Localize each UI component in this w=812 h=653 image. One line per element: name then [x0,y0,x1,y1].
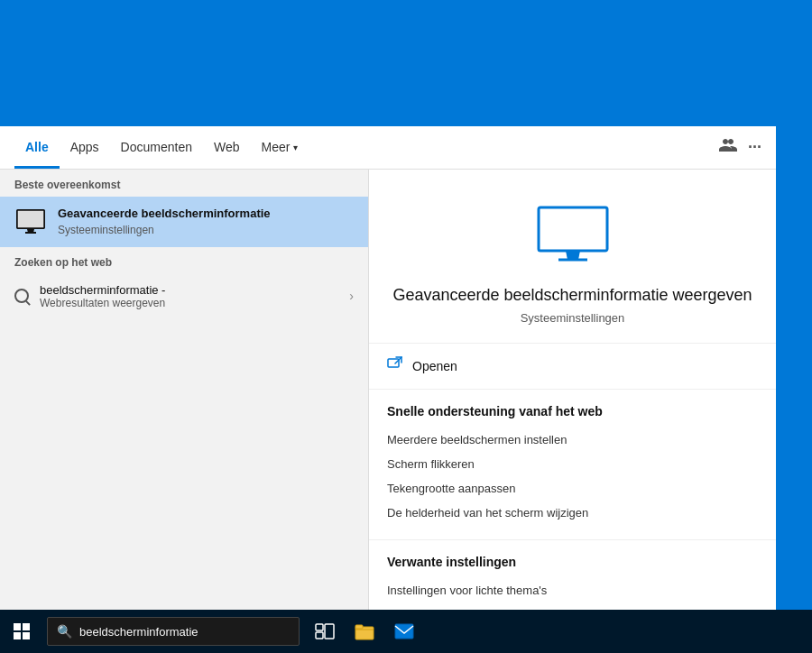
svg-rect-5 [388,359,399,367]
detail-monitor-icon [537,206,609,271]
web-section-label: Zoeken op het web [0,247,368,274]
tab-meer[interactable]: Meer ▾ [251,125,309,169]
windows-start-icon [14,623,30,639]
svg-rect-8 [316,632,323,639]
taskbar-search-input[interactable] [79,625,260,639]
best-match-text: Geavanceerde beeldscherminformatie Syste… [58,207,354,236]
monitor-icon [14,206,47,238]
quick-link-3[interactable]: De helderheid van het scherm wijzigen [387,501,758,525]
tabs-bar: Alle Apps Documenten Web Meer ▾ ··· [0,126,776,170]
web-result-text: beeldscherminformatie - Webresultaten we… [40,283,338,309]
more-options-icon[interactable]: ··· [748,138,761,157]
mail-icon[interactable] [386,613,422,649]
people-icon[interactable] [719,136,737,159]
right-panel: Geavanceerde beeldscherminformatie weerg… [368,170,776,610]
tab-apps[interactable]: Apps [60,125,110,169]
arrow-right-icon: › [349,289,354,303]
chevron-down-icon: ▾ [293,143,298,152]
web-result-subtitle: Webresultaten weergeven [40,297,338,309]
search-content: Beste overeenkomst Geavanceerde beeldsch… [0,170,776,610]
quick-support-section: Snelle ondersteuning vanaf het web Meerd… [369,390,776,532]
svg-rect-3 [539,207,607,251]
file-explorer-icon[interactable] [346,613,383,649]
open-icon [387,356,403,376]
taskbar-app-icons [307,613,422,649]
svg-rect-1 [17,210,44,228]
related-settings-section: Verwante instellingen Instellingen voor … [369,539,776,610]
quick-link-1[interactable]: Scherm flikkeren [387,452,758,476]
detail-title: Geavanceerde beeldscherminformatie weerg… [392,285,752,306]
web-search-icon [14,289,29,303]
related-settings-title: Verwante instellingen [387,555,758,569]
taskbar-search-icon: 🔍 [57,624,72,639]
tab-web[interactable]: Web [203,125,251,169]
task-view-icon[interactable] [307,613,343,649]
svg-rect-12 [395,624,413,639]
best-match-item[interactable]: Geavanceerde beeldscherminformatie Syste… [0,197,368,247]
open-label: Openen [412,359,457,373]
svg-rect-11 [355,625,363,629]
best-match-label: Beste overeenkomst [0,170,368,197]
web-result-item[interactable]: beeldscherminformatie - Webresultaten we… [0,274,368,318]
svg-rect-9 [325,624,334,639]
open-button[interactable]: Openen [369,344,776,390]
left-panel: Beste overeenkomst Geavanceerde beeldsch… [0,170,368,610]
detail-header: Geavanceerde beeldscherminformatie weerg… [369,170,776,344]
result-title: Geavanceerde beeldscherminformatie [58,207,354,222]
taskbar: 🔍 [0,610,812,653]
tabs-right-icons: ··· [719,136,761,159]
start-button[interactable] [0,610,43,653]
taskbar-search-box[interactable]: 🔍 [47,617,300,646]
tab-alle[interactable]: Alle [14,125,60,169]
detail-category: Systeeminstellingen [521,311,625,325]
quick-support-title: Snelle ondersteuning vanaf het web [387,404,758,418]
svg-rect-7 [316,624,323,630]
quick-link-0[interactable]: Meerdere beeldschermen instellen [387,428,758,452]
web-result-title: beeldscherminformatie - [40,283,338,297]
result-subtitle: Systeeminstellingen [58,224,354,236]
related-link-0[interactable]: Instellingen voor lichte thema's [387,578,758,602]
quick-link-2[interactable]: Tekengrootte aanpassen [387,476,758,501]
tab-documenten[interactable]: Documenten [110,125,203,169]
search-window: Alle Apps Documenten Web Meer ▾ ··· Best… [0,126,776,610]
